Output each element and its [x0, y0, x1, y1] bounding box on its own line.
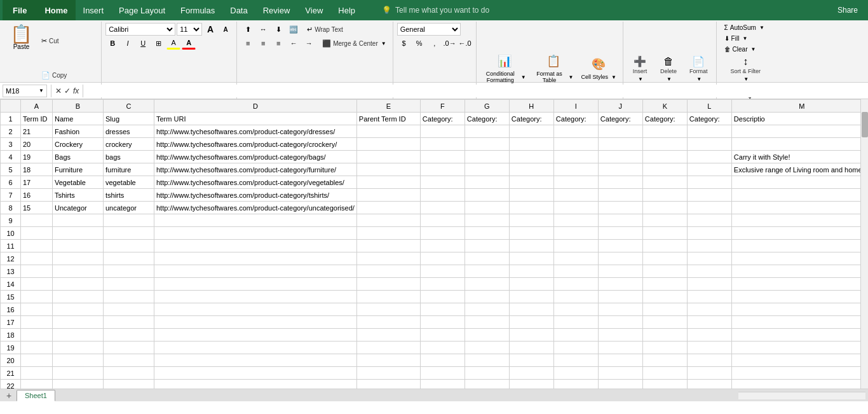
cell-14-A[interactable]: [21, 278, 53, 291]
cell-7-E[interactable]: [356, 189, 420, 202]
cell-11-B[interactable]: [53, 240, 104, 252]
cell-6-F[interactable]: [420, 176, 465, 189]
cell-19-H[interactable]: [509, 342, 553, 354]
cell-15-L[interactable]: [687, 291, 731, 303]
cell-10-J[interactable]: [598, 227, 642, 240]
cell-4-K[interactable]: [642, 151, 687, 163]
row-header-15[interactable]: 15: [1, 291, 21, 303]
row-header-4[interactable]: 4: [1, 151, 21, 163]
cell-20-H[interactable]: [509, 354, 553, 367]
cell-14-I[interactable]: [553, 278, 598, 291]
cell-19-K[interactable]: [642, 342, 687, 354]
cell-8-B[interactable]: Uncategor: [53, 202, 104, 214]
cell-7-A[interactable]: 16: [21, 189, 53, 202]
cell-12-E[interactable]: [356, 252, 420, 265]
cell-13-G[interactable]: [465, 265, 509, 278]
cell-16-F[interactable]: [420, 303, 465, 316]
cell-14-C[interactable]: [104, 278, 154, 291]
row-header-18[interactable]: 18: [1, 329, 21, 342]
col-header-e[interactable]: E: [356, 100, 420, 113]
cell-20-C[interactable]: [104, 354, 154, 367]
cell-1-A[interactable]: Term ID: [21, 113, 53, 125]
cell-16-D[interactable]: [154, 303, 357, 316]
col-header-m[interactable]: M: [731, 100, 860, 113]
col-header-b[interactable]: B: [53, 100, 104, 113]
cell-14-B[interactable]: [53, 278, 104, 291]
cell-18-F[interactable]: [420, 329, 465, 342]
cell-14-E[interactable]: [356, 278, 420, 291]
cell-3-A[interactable]: 20: [21, 138, 53, 151]
cell-21-J[interactable]: [598, 367, 642, 380]
cell-21-D[interactable]: [154, 367, 357, 380]
cell-1-G[interactable]: Category:: [465, 113, 509, 125]
cell-10-F[interactable]: [420, 227, 465, 240]
decrease-indent-button[interactable]: ←: [287, 37, 301, 50]
cell-5-H[interactable]: [509, 163, 553, 176]
cell-11-A[interactable]: [21, 240, 53, 252]
cell-3-J[interactable]: [598, 138, 642, 151]
cell-18-L[interactable]: [687, 329, 731, 342]
cell-8-D[interactable]: http://www.tychesoftwares.com/product-ca…: [154, 202, 357, 214]
cell-3-G[interactable]: [465, 138, 509, 151]
cell-11-D[interactable]: [154, 240, 357, 252]
sheet-tab-sheet1[interactable]: Sheet1: [17, 390, 55, 401]
cell-3-M[interactable]: [731, 138, 860, 151]
cell-9-I[interactable]: [553, 214, 598, 227]
cell-12-I[interactable]: [553, 252, 598, 265]
cell-21-A[interactable]: [21, 367, 53, 380]
cell-3-L[interactable]: [687, 138, 731, 151]
cell-16-H[interactable]: [509, 303, 553, 316]
cell-6-J[interactable]: [598, 176, 642, 189]
cell-19-M[interactable]: [731, 342, 860, 354]
cell-12-J[interactable]: [598, 252, 642, 265]
cell-20-E[interactable]: [356, 354, 420, 367]
cell-9-E[interactable]: [356, 214, 420, 227]
cell-21-B[interactable]: [53, 367, 104, 380]
cell-18-A[interactable]: [21, 329, 53, 342]
cell-10-G[interactable]: [465, 227, 509, 240]
cell-12-A[interactable]: [21, 252, 53, 265]
cell-22-I[interactable]: [553, 380, 598, 389]
col-header-h[interactable]: H: [509, 100, 553, 113]
cell-15-I[interactable]: [553, 291, 598, 303]
row-header-5[interactable]: 5: [1, 163, 21, 176]
cell-17-L[interactable]: [687, 316, 731, 329]
font-color-button[interactable]: A: [182, 37, 196, 50]
cell-7-I[interactable]: [553, 189, 598, 202]
cell-5-L[interactable]: [687, 163, 731, 176]
cell-11-C[interactable]: [104, 240, 154, 252]
formula-cancel-icon[interactable]: ✕: [55, 86, 62, 95]
autosum-button[interactable]: Σ AutoSum ▼: [722, 23, 767, 32]
row-header-2[interactable]: 2: [1, 125, 21, 138]
cell-16-E[interactable]: [356, 303, 420, 316]
cell-5-G[interactable]: [465, 163, 509, 176]
cell-10-L[interactable]: [687, 227, 731, 240]
cell-15-D[interactable]: [154, 291, 357, 303]
row-header-17[interactable]: 17: [1, 316, 21, 329]
cell-2-F[interactable]: [420, 125, 465, 138]
cell-21-F[interactable]: [420, 367, 465, 380]
cell-16-B[interactable]: [53, 303, 104, 316]
cell-6-H[interactable]: [509, 176, 553, 189]
cell-5-J[interactable]: [598, 163, 642, 176]
file-menu[interactable]: File: [3, 0, 37, 20]
cut-button[interactable]: ✂ Cut: [39, 36, 95, 46]
cell-15-C[interactable]: [104, 291, 154, 303]
align-right-button[interactable]: ≡: [271, 37, 285, 50]
cell-10-C[interactable]: [104, 227, 154, 240]
cell-21-K[interactable]: [642, 367, 687, 380]
cell-15-H[interactable]: [509, 291, 553, 303]
cell-18-H[interactable]: [509, 329, 553, 342]
cell-15-A[interactable]: [21, 291, 53, 303]
cell-3-C[interactable]: crockery: [104, 138, 154, 151]
cell-9-K[interactable]: [642, 214, 687, 227]
cell-10-H[interactable]: [509, 227, 553, 240]
cell-10-I[interactable]: [553, 227, 598, 240]
cell-16-A[interactable]: [21, 303, 53, 316]
cell-8-A[interactable]: 15: [21, 202, 53, 214]
cell-18-J[interactable]: [598, 329, 642, 342]
cell-11-H[interactable]: [509, 240, 553, 252]
cell-5-C[interactable]: furniture: [104, 163, 154, 176]
cell-16-G[interactable]: [465, 303, 509, 316]
cell-2-G[interactable]: [465, 125, 509, 138]
